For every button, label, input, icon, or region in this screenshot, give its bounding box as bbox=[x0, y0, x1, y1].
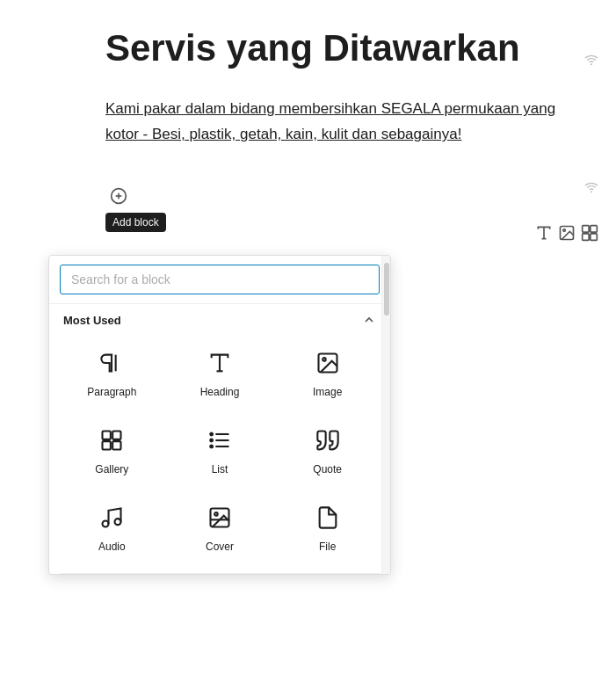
text-format-icon[interactable] bbox=[535, 224, 553, 245]
inline-toolbar bbox=[535, 224, 598, 245]
audio-block-icon bbox=[96, 502, 127, 533]
block-item-list[interactable]: List bbox=[168, 411, 272, 485]
image-icon[interactable] bbox=[558, 224, 576, 245]
block-item-paragraph[interactable]: Paragraph bbox=[60, 334, 164, 408]
wifi-icon-mid bbox=[584, 180, 598, 197]
block-label-image: Image bbox=[313, 386, 342, 398]
scrollbar-thumb[interactable] bbox=[384, 263, 389, 316]
svg-rect-18 bbox=[103, 432, 111, 439]
section-header: Most Used bbox=[49, 304, 390, 334]
block-item-heading[interactable]: Heading bbox=[168, 334, 272, 408]
block-grid: Paragraph Heading bbox=[49, 334, 390, 573]
file-block-icon bbox=[312, 502, 344, 533]
block-item-image[interactable]: Image bbox=[275, 334, 380, 408]
block-label-list: List bbox=[212, 463, 228, 475]
block-label-paragraph: Paragraph bbox=[87, 386, 136, 398]
block-item-gallery[interactable]: Gallery bbox=[60, 411, 164, 485]
svg-rect-7 bbox=[591, 226, 598, 233]
add-block-popup: Most Used Paragraph bbox=[48, 255, 391, 575]
svg-point-29 bbox=[115, 519, 121, 525]
add-block-tooltip: Add block bbox=[105, 213, 166, 232]
page-title: Servis yang Ditawarkan bbox=[105, 26, 563, 70]
quote-block-icon bbox=[312, 425, 344, 456]
add-block-button[interactable]: Add block bbox=[105, 183, 132, 209]
page-body: Kami pakar dalam bidang membersihkan SEG… bbox=[105, 97, 563, 148]
svg-rect-21 bbox=[112, 441, 120, 449]
section-title: Most Used bbox=[63, 314, 121, 327]
svg-rect-20 bbox=[112, 432, 120, 439]
cover-block-icon bbox=[204, 502, 236, 533]
block-label-heading: Heading bbox=[200, 386, 240, 398]
svg-point-25 bbox=[210, 433, 213, 436]
block-item-file[interactable]: File bbox=[275, 489, 380, 562]
scrollbar[interactable] bbox=[381, 256, 390, 574]
block-label-cover: Cover bbox=[206, 541, 234, 553]
svg-rect-19 bbox=[103, 441, 111, 449]
gallery-block-icon bbox=[96, 425, 127, 456]
wifi-icon-top bbox=[584, 53, 598, 69]
list-block-icon bbox=[204, 425, 236, 456]
block-item-quote[interactable]: Quote bbox=[275, 411, 380, 485]
block-label-audio: Audio bbox=[98, 541, 126, 553]
svg-rect-9 bbox=[591, 234, 598, 241]
svg-rect-8 bbox=[583, 234, 590, 241]
block-label-gallery: Gallery bbox=[95, 463, 128, 475]
svg-rect-6 bbox=[583, 226, 590, 233]
svg-point-27 bbox=[210, 446, 213, 448]
paragraph-icon bbox=[96, 347, 127, 379]
search-wrapper bbox=[49, 256, 390, 304]
block-controls: Add block bbox=[105, 183, 563, 209]
collapse-section-button[interactable] bbox=[362, 313, 376, 327]
block-item-cover[interactable]: Cover bbox=[168, 489, 272, 562]
gallery-icon[interactable] bbox=[581, 224, 598, 245]
svg-point-5 bbox=[563, 229, 566, 232]
image-block-icon bbox=[312, 347, 344, 379]
svg-point-26 bbox=[210, 439, 213, 442]
popup-divider bbox=[60, 573, 380, 574]
svg-point-31 bbox=[214, 512, 218, 516]
search-input[interactable] bbox=[60, 265, 380, 294]
heading-icon bbox=[204, 347, 236, 379]
svg-point-28 bbox=[103, 521, 109, 527]
block-label-quote: Quote bbox=[313, 463, 342, 475]
block-label-file: File bbox=[319, 541, 336, 553]
svg-point-17 bbox=[322, 358, 326, 361]
block-item-audio[interactable]: Audio bbox=[60, 489, 164, 562]
